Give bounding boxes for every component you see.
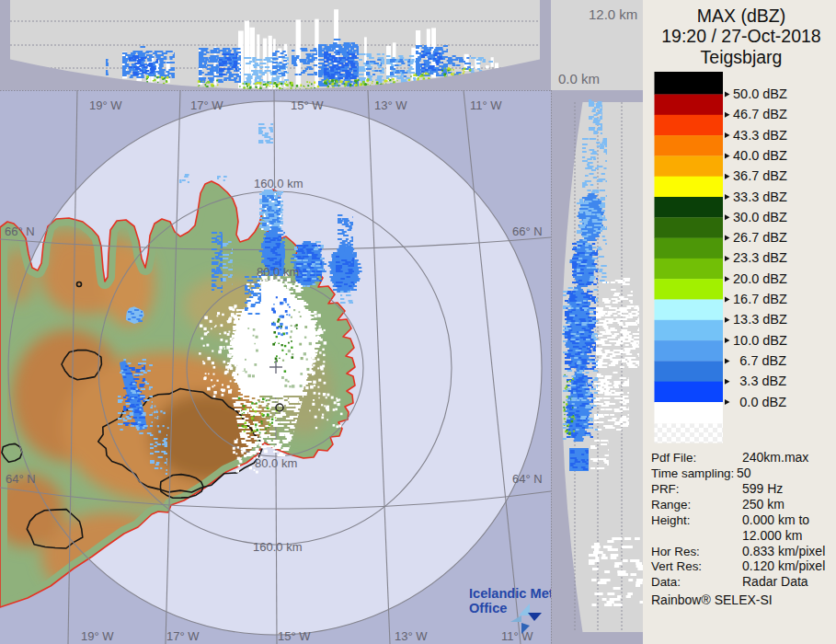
svg-text:30.0 dBZ: 30.0 dBZ <box>733 210 787 224</box>
svg-text:13.3 dBZ: 13.3 dBZ <box>733 312 787 327</box>
svg-text:11° W: 11° W <box>470 98 502 112</box>
svg-text:3.3 dBZ: 3.3 dBZ <box>739 374 786 388</box>
svg-text:40.0 dBZ: 40.0 dBZ <box>733 148 787 163</box>
svg-text:Range:: Range: <box>651 498 691 512</box>
svg-text:Data:: Data: <box>651 575 681 589</box>
svg-text:MAX (dBZ): MAX (dBZ) <box>697 6 785 26</box>
svg-text:Rainbow® SELEX-SI: Rainbow® SELEX-SI <box>651 592 773 607</box>
svg-text:80.0 km: 80.0 km <box>257 265 299 279</box>
svg-text:46.7 dBZ: 46.7 dBZ <box>733 107 787 121</box>
svg-text:10.0 dBZ: 10.0 dBZ <box>733 333 787 348</box>
svg-text:Hor Res:: Hor Res: <box>651 545 700 558</box>
svg-text:Icelandic Met: Icelandic Met <box>469 586 554 601</box>
svg-text:0.0 km: 0.0 km <box>558 71 600 86</box>
svg-text:64° N: 64° N <box>6 472 36 486</box>
svg-text:Radar Data: Radar Data <box>742 574 808 589</box>
svg-text:250 km: 250 km <box>742 497 784 512</box>
svg-text:160.0 km: 160.0 km <box>253 540 302 554</box>
svg-text:12.0 km: 12.0 km <box>589 6 637 22</box>
svg-text:599 Hz: 599 Hz <box>742 481 783 496</box>
svg-text:11° W: 11° W <box>501 629 533 643</box>
svg-text:160.0 km: 160.0 km <box>254 177 303 190</box>
svg-text:64° N: 64° N <box>512 472 543 486</box>
svg-text:Vert Res:: Vert Res: <box>651 559 702 573</box>
svg-text:Teigsbjarg: Teigsbjarg <box>701 47 783 67</box>
svg-text:Pdf File:: Pdf File: <box>651 451 696 465</box>
svg-text:12.000 km: 12.000 km <box>742 528 802 543</box>
svg-text:13° W: 13° W <box>395 629 428 643</box>
svg-text:19° W: 19° W <box>81 629 114 643</box>
svg-text:0.833 km/pixel: 0.833 km/pixel <box>742 544 825 558</box>
svg-text:Time sampling:: Time sampling: <box>651 466 734 480</box>
svg-text:80.0 km: 80.0 km <box>255 456 297 470</box>
svg-text:19° W: 19° W <box>89 98 122 112</box>
svg-text:0.0 dBZ: 0.0 dBZ <box>739 395 786 409</box>
svg-text:20.0 dBZ: 20.0 dBZ <box>733 271 787 286</box>
svg-text:66° N: 66° N <box>5 224 35 238</box>
svg-text:16.7 dBZ: 16.7 dBZ <box>733 292 787 306</box>
svg-text:17° W: 17° W <box>190 98 223 112</box>
svg-text:26.7 dBZ: 26.7 dBZ <box>733 230 787 245</box>
svg-text:240km.max: 240km.max <box>742 450 808 465</box>
svg-text:33.3 dBZ: 33.3 dBZ <box>733 190 787 204</box>
svg-text:15° W: 15° W <box>278 629 311 643</box>
svg-text:66° N: 66° N <box>512 224 543 238</box>
svg-text:36.7 dBZ: 36.7 dBZ <box>733 168 787 183</box>
svg-text:23.3 dBZ: 23.3 dBZ <box>733 250 787 265</box>
svg-text:6.7 dBZ: 6.7 dBZ <box>739 353 786 368</box>
svg-text:Office: Office <box>469 601 507 615</box>
svg-text:13° W: 13° W <box>374 98 407 112</box>
svg-text:0.120 km/pixel: 0.120 km/pixel <box>742 558 825 573</box>
svg-text:0.000 km to: 0.000 km to <box>742 512 809 527</box>
svg-text:19:20 / 27-Oct-2018: 19:20 / 27-Oct-2018 <box>661 26 820 46</box>
svg-text:17° W: 17° W <box>166 629 200 643</box>
svg-text:PRF:: PRF: <box>651 482 680 496</box>
svg-text:50: 50 <box>737 466 751 480</box>
svg-text:43.3 dBZ: 43.3 dBZ <box>733 128 787 143</box>
svg-text:Height:: Height: <box>651 513 690 527</box>
svg-text:15° W: 15° W <box>291 98 324 112</box>
svg-text:50.0 dBZ: 50.0 dBZ <box>733 86 787 101</box>
